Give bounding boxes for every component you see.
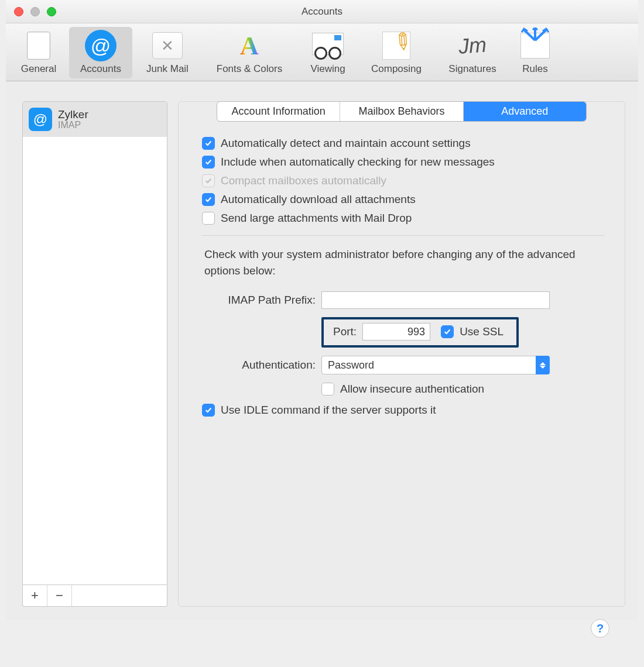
mail-drop-checkbox[interactable] [202,212,215,225]
tab-advanced[interactable]: Advanced [464,102,586,121]
account-list: @ Zylker IMAP [22,101,167,585]
toolbar-label: General [13,63,64,75]
imap-prefix-label: IMAP Path Prefix: [202,294,316,307]
use-ssl-checkbox[interactable] [441,325,454,338]
tab-account-information[interactable]: Account Information [217,102,340,121]
remove-account-button[interactable]: − [47,585,72,606]
content-area: @ Zylker IMAP + − Account Information Ma… [6,81,638,614]
toolbar-general[interactable]: General [12,27,66,78]
tab-mailbox-behaviors[interactable]: Mailbox Behaviors [340,102,463,121]
port-label: Port: [333,325,357,338]
account-tabs: Account Information Mailbox Behaviors Ad… [217,101,587,122]
use-idle-label: Use IDLE command if the server supports … [221,404,436,417]
toolbar-accounts[interactable]: @ Accounts [69,27,132,78]
toolbar-composing[interactable]: Composing [359,27,433,78]
toolbar-label: Fonts & Colors [204,63,295,75]
separator [202,235,605,236]
accounts-sidebar: @ Zylker IMAP + − [22,101,167,607]
chevron-updown-icon [536,356,550,374]
window-title: Accounts [6,6,638,18]
help-button[interactable]: ? [591,619,609,638]
advanced-hint: Check with your system administrator bef… [204,246,605,279]
font-icon: A [240,31,259,61]
authentication-value: Password [328,359,374,372]
toolbar-signatures[interactable]: Jm Signatures [437,27,508,78]
auto-download-label: Automatically download all attachments [221,193,416,206]
account-name: Zylker [58,108,88,121]
port-ssl-highlight: Port: Use SSL [321,317,519,348]
toolbar-label: Composing [361,63,432,75]
account-row[interactable]: @ Zylker IMAP [23,102,167,137]
compact-label: Compact mailboxes automatically [221,174,386,187]
auto-download-checkbox[interactable] [202,193,215,206]
include-check-label: Include when automatically checking for … [221,156,495,169]
auto-detect-label: Automatically detect and maintain accoun… [221,137,471,150]
trash-icon: ✕ [152,32,183,59]
account-settings-panel: Account Information Mailbox Behaviors Ad… [178,101,625,607]
preferences-window: Accounts General @ Accounts ✕ Junk Mail … [6,0,638,620]
authentication-select[interactable]: Password [321,356,550,374]
allow-insecure-label: Allow insecure authentication [340,383,484,396]
glasses-icon [312,32,344,60]
imap-prefix-input[interactable] [321,291,550,309]
port-input[interactable] [362,323,430,341]
at-icon: @ [29,108,52,131]
compact-checkbox [202,174,215,187]
use-ssl-label: Use SSL [460,325,503,338]
titlebar: Accounts [6,0,638,23]
toolbar-label: Accounts [70,63,131,75]
toolbar-label: Signatures [438,63,507,75]
include-check-checkbox[interactable] [202,156,215,169]
switch-icon [27,32,50,60]
sidebar-footer: + − [22,585,167,607]
auto-detect-checkbox[interactable] [202,137,215,150]
advanced-form: Automatically detect and maintain accoun… [179,135,625,417]
toolbar-junk-mail[interactable]: ✕ Junk Mail [136,27,199,78]
toolbar-rules[interactable]: Rules [512,27,559,78]
toolbar-fonts-colors[interactable]: A Fonts & Colors [203,27,296,78]
toolbar-label: Rules [513,63,557,75]
authentication-label: Authentication: [202,359,316,372]
at-icon: @ [85,30,117,61]
toolbar-label: Junk Mail [137,63,198,75]
toolbar-label: Viewing [301,63,355,75]
use-idle-checkbox[interactable] [202,404,215,417]
allow-insecure-checkbox[interactable] [321,383,334,396]
toolbar-viewing[interactable]: Viewing [300,27,356,78]
add-account-button[interactable]: + [23,585,47,606]
account-protocol: IMAP [58,120,88,130]
signature-icon: Jm [458,32,488,59]
rules-icon [520,33,550,59]
pencil-icon [382,32,410,60]
prefs-toolbar: General @ Accounts ✕ Junk Mail A Fonts &… [6,23,638,81]
mail-drop-label: Send large attachments with Mail Drop [221,212,412,225]
